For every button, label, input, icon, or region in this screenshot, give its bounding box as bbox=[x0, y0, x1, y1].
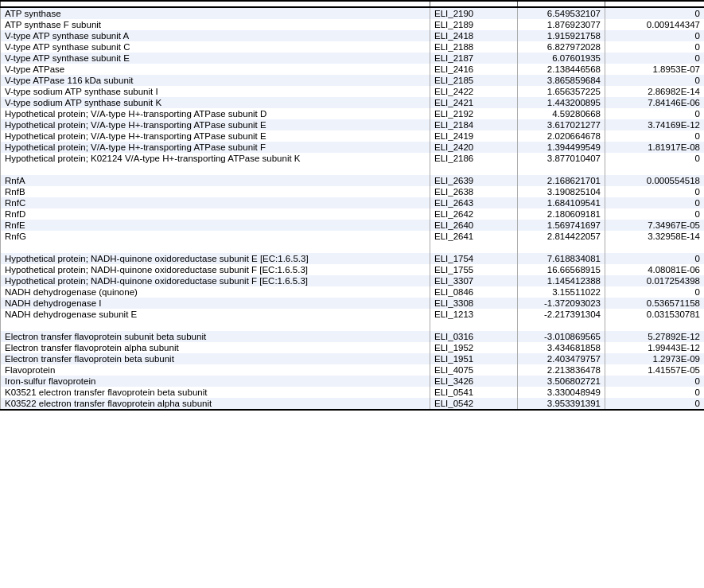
cell-fold-change: 2.180609181 bbox=[518, 208, 605, 220]
cell-function: Hypothetical protein; V/A-type H+-transp… bbox=[1, 142, 430, 153]
cell-function: ATP synthase F subunit bbox=[1, 19, 430, 30]
cell-gene: ELI_3307 bbox=[430, 275, 518, 286]
table-row: V-type ATP synthase subunit CELI_21886.8… bbox=[1, 41, 705, 53]
table-row: Hypothetical protein; K02124 V/A-type H+… bbox=[1, 153, 705, 164]
cell-fold-change: 2.020664678 bbox=[518, 130, 605, 142]
cell-gene: ELI_2192 bbox=[430, 108, 518, 119]
cell-p-value: 7.84146E-06 bbox=[605, 97, 705, 108]
table-row: Hypothetical protein; V/A-type H+-transp… bbox=[1, 119, 705, 130]
cell-gene: ELI_2186 bbox=[430, 153, 518, 164]
cell-p-value: 0 bbox=[605, 7, 705, 19]
table-row: Hypothetical protein; V/A-type H+-transp… bbox=[1, 142, 705, 153]
cell-p-value: 0 bbox=[605, 208, 705, 220]
cell-fold-change: 2.138446568 bbox=[518, 64, 605, 75]
table-row: Hypothetical protein; NADH-quinone oxido… bbox=[1, 253, 705, 264]
cell-function: V-type ATP synthase subunit A bbox=[1, 30, 430, 41]
cell-fold-change: -1.372093023 bbox=[518, 298, 605, 309]
table-row: RnfBELI_26383.1908251040 bbox=[1, 186, 705, 197]
header-gene-name bbox=[430, 1, 518, 7]
cell-p-value: 1.99443E-12 bbox=[605, 342, 705, 353]
cell-gene: ELI_1754 bbox=[430, 253, 518, 264]
cell-fold-change: 1.145412388 bbox=[518, 275, 605, 286]
cell-function: Flavoprotein bbox=[1, 364, 430, 376]
table-row: Electron transfer flavoprotein alpha sub… bbox=[1, 342, 705, 353]
table-row: V-type ATPase 116 kDa subunitELI_21853.8… bbox=[1, 75, 705, 86]
cell-function: RnfG bbox=[1, 231, 430, 242]
cell-fold-change: 2.168621701 bbox=[518, 175, 605, 186]
cell-fold-change: 3.15511022 bbox=[518, 286, 605, 298]
cell-p-value: 1.8953E-07 bbox=[605, 64, 705, 75]
table-row: V-type ATP synthase subunit EELI_21876.0… bbox=[1, 53, 705, 64]
cell-p-value: 1.2973E-09 bbox=[605, 353, 705, 364]
cell-p-value: 0 bbox=[605, 387, 705, 398]
cell-fold-change: 3.190825104 bbox=[518, 186, 605, 197]
cell-gene: ELI_2190 bbox=[430, 7, 518, 19]
cell-p-value: 0.017254398 bbox=[605, 275, 705, 286]
cell-p-value: 1.41557E-05 bbox=[605, 364, 705, 376]
cell-fold-change: 1.394499549 bbox=[518, 142, 605, 153]
cell-p-value: 0 bbox=[605, 108, 705, 119]
cell-function: Hypothetical protein; NADH-quinone oxido… bbox=[1, 275, 430, 286]
cell-fold-change: 3.617021277 bbox=[518, 119, 605, 130]
table-row: V-type ATP synthase subunit AELI_24181.9… bbox=[1, 30, 705, 41]
cell-function: NADH dehydrogenase subunit E bbox=[1, 309, 430, 320]
cell-p-value: 0.000554518 bbox=[605, 175, 705, 186]
cell-function: K03522 electron transfer flavoprotein al… bbox=[1, 398, 430, 410]
cell-function: Iron-sulfur flavoprotein bbox=[1, 376, 430, 387]
cell-function: Electron transfer flavoprotein beta subu… bbox=[1, 353, 430, 364]
table-row: Hypothetical protein; NADH-quinone oxido… bbox=[1, 275, 705, 286]
cell-gene: ELI_1213 bbox=[430, 309, 518, 320]
cell-function: Hypothetical protein; V/A-type H+-transp… bbox=[1, 130, 430, 142]
table-row: RnfDELI_26422.1806091810 bbox=[1, 208, 705, 220]
cell-function: RnfE bbox=[1, 220, 430, 231]
cell-gene: ELI_2418 bbox=[430, 30, 518, 41]
cell-p-value: 0.009144347 bbox=[605, 19, 705, 30]
cell-gene: ELI_2188 bbox=[430, 41, 518, 53]
cell-p-value: 7.34967E-05 bbox=[605, 220, 705, 231]
cell-function: V-type ATP synthase subunit E bbox=[1, 53, 430, 64]
cell-function: NADH dehydrogenase (quinone) bbox=[1, 286, 430, 298]
cell-function: Electron transfer flavoprotein alpha sub… bbox=[1, 342, 430, 353]
cell-function: Hypothetical protein; V/A-type H+-transp… bbox=[1, 119, 430, 130]
cell-function: V-type ATPase bbox=[1, 64, 430, 75]
header-fold-change bbox=[518, 1, 605, 7]
cell-function: K03521 electron transfer flavoprotein be… bbox=[1, 387, 430, 398]
cell-p-value: 0.031530781 bbox=[605, 309, 705, 320]
cell-fold-change: 1.876923077 bbox=[518, 19, 605, 30]
cell-gene: ELI_2422 bbox=[430, 86, 518, 97]
table-row: ATP synthase F subunitELI_21891.87692307… bbox=[1, 19, 705, 30]
cell-gene: ELI_0541 bbox=[430, 387, 518, 398]
cell-p-value: 0 bbox=[605, 197, 705, 208]
cell-p-value: 1.81917E-08 bbox=[605, 142, 705, 153]
cell-gene: ELI_3308 bbox=[430, 298, 518, 309]
cell-function: RnfA bbox=[1, 175, 430, 186]
cell-fold-change: 4.59280668 bbox=[518, 108, 605, 119]
table-row: RnfGELI_26412.8144220573.32958E-14 bbox=[1, 231, 705, 242]
cell-gene: ELI_3426 bbox=[430, 376, 518, 387]
cell-fold-change: -2.217391304 bbox=[518, 309, 605, 320]
table-row: Hypothetical protein; NADH-quinone oxido… bbox=[1, 264, 705, 275]
cell-fold-change: 3.865859684 bbox=[518, 75, 605, 86]
cell-gene: ELI_2638 bbox=[430, 186, 518, 197]
cell-function: Hypothetical protein; NADH-quinone oxido… bbox=[1, 253, 430, 264]
cell-p-value: 0 bbox=[605, 153, 705, 164]
cell-fold-change: 1.656357225 bbox=[518, 86, 605, 97]
table-row: ATP synthaseELI_21906.5495321070 bbox=[1, 7, 705, 19]
separator-row bbox=[1, 242, 705, 253]
table-row: V-type ATPaseELI_24162.1384465681.8953E-… bbox=[1, 64, 705, 75]
cell-fold-change: 7.618834081 bbox=[518, 253, 605, 264]
cell-fold-change: -3.010869565 bbox=[518, 331, 605, 342]
table-row: NADH dehydrogenase IELI_3308-1.372093023… bbox=[1, 298, 705, 309]
cell-fold-change: 3.330048949 bbox=[518, 387, 605, 398]
cell-p-value: 0 bbox=[605, 186, 705, 197]
cell-function: NADH dehydrogenase I bbox=[1, 298, 430, 309]
cell-p-value: 0 bbox=[605, 75, 705, 86]
cell-gene: ELI_2641 bbox=[430, 231, 518, 242]
cell-function: V-type ATPase 116 kDa subunit bbox=[1, 75, 430, 86]
cell-gene: ELI_2640 bbox=[430, 220, 518, 231]
cell-gene: ELI_2421 bbox=[430, 97, 518, 108]
cell-gene: ELI_2187 bbox=[430, 53, 518, 64]
cell-gene: ELI_2643 bbox=[430, 197, 518, 208]
table-row: Hypothetical protein; V/A-type H+-transp… bbox=[1, 108, 705, 119]
cell-function: V-type sodium ATP synthase subunit I bbox=[1, 86, 430, 97]
